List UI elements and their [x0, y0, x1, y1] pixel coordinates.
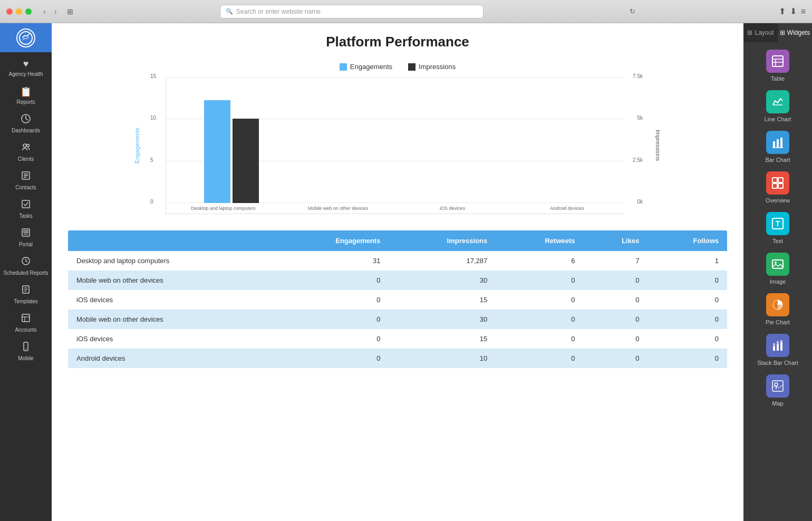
sidebar-item-dashboards[interactable]: Dashboards [0, 110, 52, 138]
table-widget-icon [766, 50, 789, 73]
tasks-icon [21, 199, 31, 211]
svg-rect-29 [777, 139, 779, 148]
templates-icon [21, 285, 31, 297]
sidebar-item-label: Templates [14, 298, 38, 305]
clients-icon [21, 142, 31, 155]
sidebar-item-label: Tasks [19, 213, 33, 219]
widget-table[interactable]: Table [748, 50, 808, 82]
legend-engagements: Engagements [340, 63, 392, 71]
row-value: 0 [496, 271, 583, 290]
svg-rect-35 [778, 184, 783, 188]
y-tick-right-0k: 0k [637, 199, 643, 205]
sidebar-item-label: Dashboards [12, 128, 40, 134]
widget-line-chart[interactable]: Line Chart [748, 90, 808, 122]
sidebar-item-tasks[interactable]: Tasks [0, 195, 52, 224]
sidebar-item-clients[interactable]: Clients [0, 138, 52, 167]
maximize-button[interactable] [25, 8, 32, 15]
row-label: Desktop and laptop computers [68, 251, 274, 271]
y-tick-10: 10 [150, 115, 156, 121]
chart-container: Engagements Impressions Engagements 15 7… [134, 63, 661, 214]
sidebar-item-accounts[interactable]: Accounts [0, 309, 52, 337]
pie-chart-widget-label: Pie Chart [766, 319, 790, 325]
back-button[interactable]: ‹ [40, 6, 49, 17]
y-tick-5: 5 [150, 157, 153, 163]
svg-rect-11 [26, 230, 28, 233]
reload-button[interactable]: ↻ [630, 7, 635, 15]
sidebar-item-agency-health[interactable]: ♥ Agency Health [0, 54, 52, 82]
sidebar-item-templates[interactable]: Templates [0, 281, 52, 309]
main-content: Platform Performance Engagements Impress… [52, 23, 743, 521]
row-value: 6 [496, 251, 583, 271]
download-button[interactable]: ⬇ [790, 6, 797, 16]
sidebar-toggle-button[interactable]: ⊞ [64, 6, 76, 17]
dashboards-icon [21, 114, 31, 126]
row-label: Android devices [68, 349, 274, 369]
sidebar-item-contacts[interactable]: Contacts [0, 167, 52, 195]
share-button[interactable]: ⬆ [779, 6, 786, 16]
sidebar-item-scheduled-reports[interactable]: Scheduled Reports [0, 252, 52, 281]
widget-map[interactable]: Map [748, 374, 808, 407]
chart-inner: 15 7.5k 10 5k 5 2.5k 0 0 [166, 77, 624, 214]
widget-bar-chart[interactable]: Bar Chart [748, 131, 808, 163]
svg-rect-33 [778, 178, 783, 182]
line-chart-widget-label: Line Chart [765, 116, 791, 122]
row-label: Mobile web on other devices [68, 310, 274, 329]
svg-point-3 [27, 144, 30, 147]
sidebar-item-mobile[interactable]: Mobile [0, 337, 52, 366]
svg-rect-9 [22, 229, 30, 236]
svg-rect-44 [777, 341, 779, 344]
menu-button[interactable]: ≡ [801, 6, 806, 16]
sidebar-item-label: Reports [16, 99, 35, 105]
sidebar-item-reports[interactable]: 📋 Reports [0, 82, 52, 110]
col-header-label [68, 230, 274, 252]
sidebar: ♥ Agency Health 📋 Reports Dashboards Cli… [0, 23, 52, 521]
tab-layout[interactable]: ⊞ Layout [743, 23, 778, 42]
row-value: 30 [389, 271, 496, 290]
row-value: 0 [584, 310, 648, 329]
stack-bar-chart-widget-icon [766, 334, 789, 357]
col-header-impressions: Impressions [389, 230, 496, 252]
col-header-follows: Follows [647, 230, 727, 252]
logo-icon [16, 28, 35, 47]
row-value: 1 [647, 251, 727, 271]
svg-rect-8 [22, 200, 30, 208]
page-title: Platform Performance [67, 34, 728, 50]
widget-pie-chart[interactable]: Pie Chart [748, 293, 808, 325]
tab-widgets[interactable]: ⊞ Widgets [778, 23, 812, 42]
table-row: Desktop and laptop computers3117,287671 [68, 251, 728, 271]
widget-text[interactable]: T Text [748, 212, 808, 244]
table-row: iOS devices015000 [68, 329, 728, 349]
app-container: ♥ Agency Health 📋 Reports Dashboards Cli… [0, 23, 812, 521]
text-widget-icon: T [766, 212, 789, 235]
row-value: 0 [647, 271, 727, 290]
row-value: 31 [273, 251, 389, 271]
minimize-button[interactable] [16, 8, 22, 15]
layout-label: Layout [755, 29, 774, 36]
svg-rect-23 [772, 56, 783, 66]
widget-image[interactable]: Image [748, 253, 808, 285]
sidebar-item-portal[interactable]: Portal [0, 224, 52, 252]
search-icon: 🔍 [226, 8, 233, 15]
y-axis-right-label: Impressions [655, 130, 661, 161]
bar-chart-widget-icon [766, 131, 789, 154]
sidebar-item-label: Portal [19, 242, 33, 248]
row-label: iOS devices [68, 290, 274, 310]
sidebar-item-label: Contacts [15, 185, 36, 191]
widget-overview[interactable]: Overview [748, 171, 808, 204]
table-row: Mobile web on other devices030000 [68, 271, 728, 290]
table-widget-label: Table [771, 75, 785, 82]
row-label: iOS devices [68, 329, 274, 349]
close-button[interactable] [6, 8, 13, 15]
sidebar-logo[interactable] [0, 23, 52, 52]
bar-desktop-impressions [233, 119, 259, 203]
address-bar[interactable]: 🔍 Search or enter website name [220, 5, 484, 18]
forward-button[interactable]: › [51, 6, 60, 17]
bars-area [166, 77, 624, 203]
x-label-ios: iOS devices [395, 203, 510, 214]
svg-point-48 [775, 383, 778, 386]
widgets-body: Table Line Chart Bar Chart [743, 42, 812, 521]
widgets-icon: ⊞ [780, 29, 785, 36]
image-widget-icon [766, 253, 789, 276]
chart-legend: Engagements Impressions [134, 63, 661, 71]
widget-stack-bar-chart[interactable]: Stack Bar Chart [748, 334, 808, 366]
